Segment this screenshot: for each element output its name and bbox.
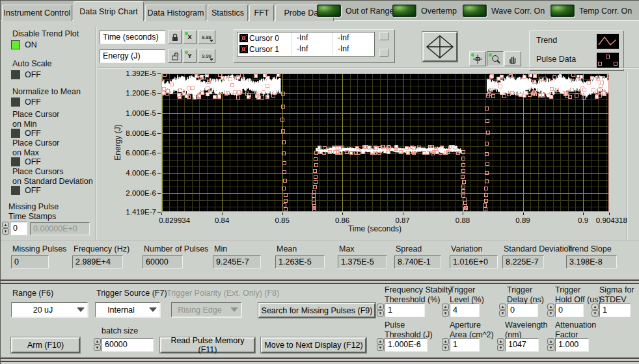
stat-label-min: Min	[214, 244, 227, 254]
sigma-stdev-field[interactable]: 1	[599, 304, 631, 317]
strip-chart-plot[interactable]	[161, 73, 609, 212]
spinner-up-icon[interactable]: ▲	[497, 338, 504, 344]
y-format-button[interactable]: 9.99	[198, 49, 215, 63]
toggle-led-disable-trend-plot[interactable]	[11, 40, 20, 49]
x-axis-name-box[interactable]: Time (seconds)	[100, 31, 165, 44]
tab-statistics[interactable]: Statistics	[208, 5, 248, 21]
attenuation-factor-field[interactable]: 1.000	[555, 338, 589, 352]
spinner-up-icon[interactable]: ▲	[377, 304, 384, 310]
y-autoscale-button[interactable]: Y	[183, 49, 197, 63]
trigger-delay-field[interactable]: 0	[507, 304, 538, 317]
cursor-row-0[interactable]: Cursor 0 -Inf -Inf	[238, 32, 374, 44]
cursor-scroll-down-button[interactable]	[379, 49, 388, 57]
arm-button[interactable]: Arm (F10)	[11, 337, 80, 353]
x-tick-mark	[282, 213, 283, 215]
spinner-down-icon[interactable]: ▼	[499, 310, 506, 317]
wavelength-field[interactable]: 1047	[505, 338, 539, 352]
cursor-tool-button[interactable]	[469, 51, 486, 66]
pulse-threshold-stepper[interactable]: ▲▼	[377, 338, 384, 352]
x-tick-label: 0.9	[578, 216, 588, 224]
spinner-down-icon[interactable]: ▼	[547, 310, 554, 317]
cursor-list[interactable]: Cursor 0 -Inf -Inf Cursor 1 -Inf -Inf	[237, 32, 375, 57]
spinner-down-icon[interactable]: ▼	[2, 228, 9, 235]
spinner-up-icon[interactable]: ▲	[591, 304, 599, 310]
x-scale-lock-button[interactable]	[168, 30, 182, 44]
trigger-hold-off-field[interactable]: 0	[555, 304, 584, 317]
spinner-down-icon[interactable]: ▼	[377, 344, 384, 351]
toggle-led-normalize-to-mean[interactable]	[11, 98, 20, 107]
spinner-up-icon[interactable]: ▲	[547, 338, 554, 344]
spinner-up-icon[interactable]: ▲	[442, 338, 449, 344]
frequency-stability-field[interactable]: 1	[385, 304, 425, 317]
x-tick-mark	[342, 213, 343, 215]
diamond-nav-icon	[426, 34, 454, 59]
pan-tool-button[interactable]	[504, 51, 521, 66]
toggle-led-auto-scale[interactable]	[11, 70, 20, 79]
trigger-level-field[interactable]: 4	[450, 304, 480, 317]
spinner-down-icon[interactable]: ▼	[591, 310, 599, 317]
cursor-row-1[interactable]: Cursor 1 -Inf -Inf	[238, 44, 374, 55]
trigger-delay-stepper[interactable]: ▲▼	[499, 304, 506, 317]
stat-value-standard-deviation: 8.225E-7	[502, 255, 544, 268]
y-scale-lock-button[interactable]	[168, 49, 182, 63]
tab-data-histogram[interactable]: Data Histogram	[145, 5, 206, 21]
attenuation-factor-stepper[interactable]: ▲▼	[547, 338, 554, 352]
spinner-up-icon[interactable]: ▲	[499, 304, 506, 310]
search-missing-pulses-button[interactable]: Search for Missing Pulses (F9)	[258, 303, 375, 318]
aperture-area-field[interactable]: 1	[450, 338, 480, 352]
batch-size-field[interactable]: 60000	[102, 338, 154, 352]
spinner-down-icon[interactable]: ▼	[442, 344, 449, 351]
spinner-up-icon[interactable]: ▲	[94, 338, 101, 344]
spinner-up-icon[interactable]: ▲	[2, 222, 9, 228]
aperture-area-stepper[interactable]: ▲▼	[442, 338, 449, 352]
spinner-down-icon[interactable]: ▼	[377, 310, 384, 317]
y-tick-label: 1.200E-5	[126, 89, 156, 97]
toggle-led-place-cursors-stddev[interactable]	[11, 186, 20, 195]
tab-fft[interactable]: FFT	[249, 5, 274, 21]
frequency-stability-stepper[interactable]: ▲▼	[377, 304, 384, 317]
stat-label-variation: Variation	[451, 244, 482, 254]
graph-navigation-button[interactable]	[422, 32, 457, 62]
trigger-source-dropdown[interactable]: Internal	[95, 302, 160, 317]
spinner-up-icon[interactable]: ▲	[377, 338, 384, 344]
pulse-threshold-field[interactable]: 1.000E-6	[385, 338, 428, 352]
legend-trend-label[interactable]: Trend	[536, 36, 557, 46]
trigger-hold-off-stepper[interactable]: ▲▼	[547, 304, 554, 317]
spinner-up-icon[interactable]: ▲	[547, 304, 554, 310]
y-tick-mark	[157, 153, 161, 153]
spinner-down-icon[interactable]: ▼	[497, 344, 504, 351]
tab-instrument-control[interactable]: Instrument Control	[2, 5, 72, 21]
range-dropdown[interactable]: 20 uJ	[11, 302, 88, 317]
cursor-scroll-up-button[interactable]	[379, 32, 388, 40]
read-pulse-memory-button[interactable]: Read Pulse Memory (F11)	[160, 337, 255, 353]
spinner-up-icon[interactable]: ▲	[442, 304, 449, 310]
batch-size-stepper[interactable]: ▲▼	[94, 338, 101, 352]
tab-data-strip-chart[interactable]: Data Strip Chart	[74, 1, 144, 21]
legend-pulse-data-label[interactable]: Pulse Data	[536, 55, 576, 64]
spinner-down-icon[interactable]: ▼	[442, 310, 449, 317]
spinner-down-icon[interactable]: ▼	[547, 344, 554, 351]
stat-label-standard-deviation: Standard Deviation	[504, 244, 573, 254]
aperture-area-label: Aperture Area (cm^2)	[450, 320, 494, 340]
move-next-display-button[interactable]: Move to Next Display (F12)	[261, 337, 366, 353]
x-autoscale-button[interactable]: X	[183, 30, 197, 44]
y-axis-name-box[interactable]: Energy (J)	[100, 49, 165, 63]
cursor-x-value: -Inf	[291, 44, 332, 55]
toggle-led-place-cursor-min[interactable]	[11, 129, 20, 138]
toggle-led-place-cursor-max[interactable]	[11, 157, 20, 166]
missing-pulse-index-field[interactable]: 0	[10, 222, 27, 235]
stat-value-variation: 1.016E+0	[450, 255, 498, 268]
toggle-label-disable-trend-plot: Disable Trend Plot	[12, 29, 79, 39]
missing-pulse-index-stepper[interactable]: ▲ ▼	[2, 222, 9, 235]
x-format-button[interactable]: 8.88	[198, 30, 215, 44]
y-autoscale-glyph: Y	[187, 53, 191, 59]
spinner-down-icon[interactable]: ▼	[94, 344, 101, 351]
wavelength-stepper[interactable]: ▲▼	[497, 338, 504, 352]
out-of-range-led-icon	[317, 5, 341, 17]
trigger-level-stepper[interactable]: ▲▼	[442, 304, 449, 317]
sigma-stdev-stepper[interactable]: ▲▼	[591, 304, 599, 317]
trend-line-icon[interactable]	[597, 34, 619, 49]
toggle-state-disable-trend-plot: ON	[25, 40, 37, 50]
zoom-tool-button[interactable]	[487, 51, 504, 66]
pulse-data-marker-icon[interactable]	[597, 53, 619, 68]
